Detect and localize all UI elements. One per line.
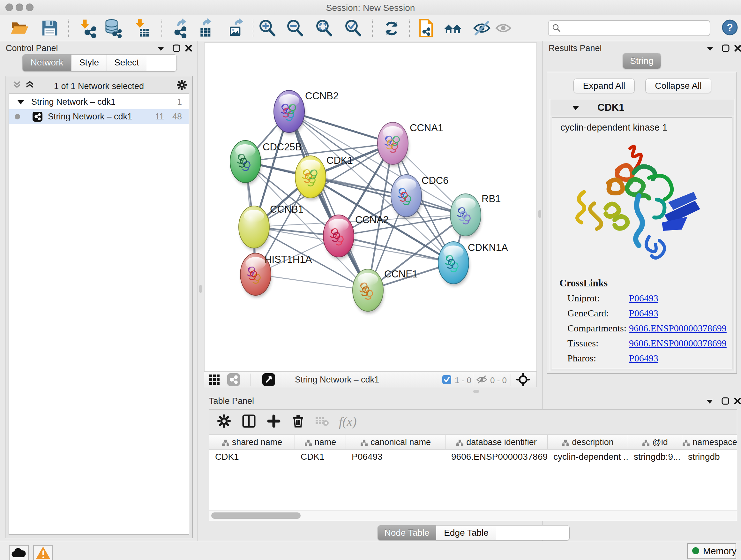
zoom-out-button[interactable] (285, 18, 306, 38)
results-panel-menu-button[interactable] (706, 45, 714, 53)
delete-table-icon (315, 414, 329, 428)
network-edge[interactable] (256, 274, 368, 290)
delete-column-button[interactable] (291, 414, 309, 431)
string-document-button[interactable] (415, 18, 436, 38)
tab-style[interactable]: Style (71, 55, 107, 71)
tab-sets[interactable]: Sets (23, 71, 53, 71)
tab-select[interactable]: Select (107, 55, 146, 71)
network-node-rb1[interactable]: RB1 (450, 193, 501, 238)
crosslink-link[interactable]: P06493 (629, 293, 658, 304)
import-table-file-button[interactable] (132, 18, 152, 38)
import-network-file-button[interactable] (78, 18, 98, 38)
tab-edge-table[interactable]: Edge Table (436, 525, 496, 540)
tab-network[interactable]: Network (23, 55, 71, 71)
export-image-button[interactable] (226, 18, 246, 38)
help-button[interactable]: ? (722, 19, 738, 36)
string-network-graph[interactable]: CCNB2CCNA1CDC25BCDK1CDC6RB1CCNB1CCNA2CDK… (205, 43, 536, 371)
table-row[interactable]: CDK1CDK1P064939606.ENSP00000378699cyclin… (209, 449, 737, 464)
network-row-selected[interactable]: String Network – cdk1 11 48 (9, 109, 189, 124)
network-node-cdkn1a[interactable]: CDKN1A (438, 242, 508, 286)
zoom-in-button[interactable] (257, 18, 278, 38)
column-header-canonical-name[interactable]: canonical name (346, 435, 446, 449)
network-node-ccnb2[interactable]: CCNB2 (274, 90, 339, 135)
warning-status-button[interactable] (33, 545, 53, 560)
fit-content-button[interactable] (314, 18, 334, 38)
split-columns-button[interactable] (242, 414, 260, 431)
tab-node-table[interactable]: Node Table (378, 525, 436, 540)
import-network-database-button[interactable] (103, 18, 123, 38)
crosslinks-title: CrossLinks (559, 277, 608, 289)
crosslink-link[interactable]: 9606.ENSP00000378699 (629, 338, 727, 349)
control-panel-close-button[interactable] (185, 44, 193, 54)
export-table-button[interactable] (196, 18, 216, 38)
results-panel-close-button[interactable] (734, 44, 741, 54)
column-header-description[interactable]: description (548, 435, 628, 449)
memory-button[interactable]: Memory (687, 543, 736, 559)
results-tab-string[interactable]: String (623, 53, 661, 69)
control-panel-menu-button[interactable] (157, 45, 165, 53)
add-column-button[interactable] (267, 414, 285, 431)
zoom-in-icon (257, 18, 278, 38)
column-header-label: description (572, 437, 614, 447)
expand-all-button[interactable]: Expand All (574, 78, 635, 93)
column-header-namespace[interactable]: namespace (682, 435, 737, 449)
network-options-gear-button[interactable] (177, 79, 187, 91)
share-view-button[interactable] (227, 373, 240, 387)
crosslink-row: Uniprot:P06493 (552, 293, 732, 308)
save-session-button[interactable] (40, 18, 60, 38)
column-header-label: shared name (232, 437, 282, 447)
network-node-ccne1[interactable]: CCNE1 (353, 268, 418, 314)
control-panel-float-button[interactable] (172, 44, 181, 54)
hide-selected-button[interactable] (472, 18, 492, 38)
network-node-ccna2[interactable]: CCNA2 (323, 214, 389, 259)
home-networks-button[interactable] (443, 18, 463, 38)
crosslink-link[interactable]: P06493 (629, 308, 658, 319)
result-entry-header[interactable]: CDK1 (550, 99, 734, 116)
zoom-selected-button[interactable] (343, 18, 363, 38)
network-node-ccnb1[interactable]: CCNB1 (239, 204, 304, 250)
collapse-all-button[interactable]: Collapse All (645, 78, 711, 93)
crosslink-row: Tissues:9606.ENSP00000378699 (552, 338, 732, 353)
scrollbar-thumb[interactable] (211, 512, 300, 519)
birdseye-toggle-button[interactable] (262, 373, 275, 387)
grid-view-button[interactable] (209, 374, 221, 387)
network-tree: String Network – cdk1 1 String Network –… (9, 94, 189, 535)
selected-nodes-checkbox[interactable] (442, 375, 452, 386)
fit-crosshair-button[interactable] (516, 373, 530, 388)
trash-icon (291, 414, 305, 428)
cloud-status-button[interactable] (9, 545, 29, 560)
gear-icon (217, 414, 231, 428)
network-view-canvas[interactable]: CCNB2CCNA1CDC25BCDK1CDC6RB1CCNB1CCNA2CDK… (204, 43, 537, 371)
network-node-cdc6[interactable]: CDC6 (391, 175, 448, 219)
export-network-button[interactable] (169, 18, 190, 38)
column-header-shared-name[interactable]: shared name (209, 435, 295, 449)
column-header--id[interactable]: @id (628, 435, 682, 449)
network-node-cdk1[interactable]: CDK1 (295, 155, 353, 200)
open-folder-icon (10, 18, 30, 38)
hidden-eye-button[interactable] (476, 375, 488, 386)
right-splitter-handle[interactable] (538, 210, 541, 218)
crosslink-link[interactable]: P06493 (629, 353, 658, 364)
refresh-view-button[interactable] (381, 18, 402, 38)
table-settings-button[interactable] (217, 414, 235, 431)
column-header-database-identifier[interactable]: database identifier (446, 435, 548, 449)
table-body: CDK1CDK1P064939606.ENSP00000378699cyclin… (209, 449, 737, 510)
table-horizontal-scrollbar[interactable] (209, 510, 737, 521)
plus-icon (267, 414, 281, 428)
crosslink-link[interactable]: 9606.ENSP00000378699 (629, 323, 727, 334)
attribute-tree-icon (562, 439, 569, 446)
tab-network-table[interactable]: Network Table (378, 540, 452, 541)
show-hidden-button[interactable] (493, 18, 514, 38)
open-session-button[interactable] (10, 18, 30, 38)
network-node-hist1h1a[interactable]: HIST1H1A (240, 253, 312, 298)
results-panel-float-button[interactable] (722, 44, 730, 54)
table-panel-close-button[interactable] (733, 397, 741, 407)
bottom-splitter-handle[interactable] (473, 390, 479, 393)
search-input[interactable] (565, 21, 707, 34)
table-panel-menu-button[interactable] (706, 398, 714, 406)
column-header-name[interactable]: name (295, 435, 346, 449)
table-panel-float-button[interactable] (721, 397, 730, 407)
network-edge[interactable] (339, 236, 454, 263)
network-collection-row[interactable]: String Network – cdk1 1 (9, 95, 189, 109)
left-splitter-handle[interactable] (199, 285, 202, 293)
